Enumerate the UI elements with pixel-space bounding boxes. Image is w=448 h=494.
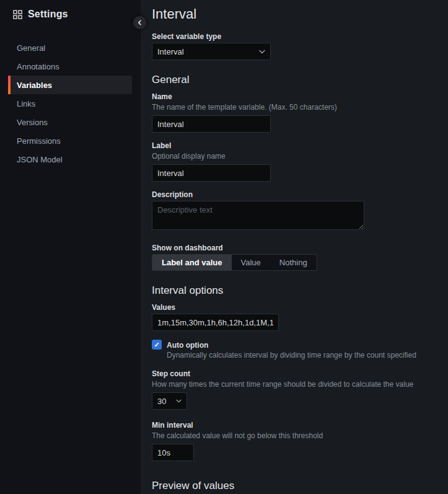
min-interval-description: The calculated value will not go below t… [152, 431, 448, 440]
description-field-group: Description [152, 190, 448, 232]
step-count-select[interactable]: 30 [152, 392, 187, 410]
sidebar-item-links[interactable]: Links [8, 94, 132, 113]
min-interval-input[interactable] [152, 444, 194, 461]
variable-type-select[interactable]: Interval [152, 43, 271, 60]
general-section-heading: General [152, 74, 448, 86]
show-on-dashboard-group: Show on dashboard Label and value Value … [152, 244, 448, 271]
sidebar-item-variables[interactable]: Variables [8, 76, 132, 94]
settings-nav: General Annotations Variables Links Vers… [0, 38, 141, 169]
name-field-group: Name The name of the template variable. … [152, 92, 448, 133]
values-input[interactable] [152, 314, 279, 331]
step-count-description: How many times the current time range sh… [152, 380, 448, 389]
interval-options-heading: Interval options [152, 284, 448, 297]
auto-option-checkbox[interactable] [152, 340, 162, 350]
radio-label-and-value[interactable]: Label and value [152, 255, 232, 270]
chevron-down-icon [259, 50, 265, 54]
label-input[interactable] [152, 164, 271, 182]
label-description: Optional display name [152, 152, 448, 161]
description-textarea[interactable] [152, 201, 364, 230]
name-description: The name of the template variable. (Max.… [152, 103, 448, 112]
auto-option-description: Dynamically calculates interval by divid… [167, 351, 448, 359]
variable-editor: Interval Select variable type Interval G… [141, 0, 448, 494]
sidebar-item-general[interactable]: General [8, 38, 132, 57]
values-field-group: Values [152, 303, 448, 331]
sidebar-item-json-model[interactable]: JSON Model [8, 150, 132, 169]
settings-header: Settings [0, 9, 141, 20]
min-interval-label: Min interval [152, 421, 448, 430]
preview-heading: Preview of values [152, 480, 448, 492]
step-count-label: Step count [152, 369, 448, 378]
variable-type-value: Interval [157, 46, 184, 56]
apps-grid-icon [13, 10, 22, 19]
description-label: Description [152, 190, 448, 199]
radio-nothing[interactable]: Nothing [270, 255, 317, 270]
settings-title: Settings [28, 9, 68, 20]
step-count-group: Step count How many times the current ti… [152, 369, 448, 410]
values-label: Values [152, 303, 448, 312]
show-on-dashboard-radio-group: Label and value Value Nothing [152, 254, 317, 271]
collapse-sidebar-button[interactable] [133, 15, 147, 30]
page-title: Interval [152, 6, 448, 22]
step-count-value: 30 [157, 396, 166, 406]
auto-option-row: Auto option [152, 340, 448, 350]
auto-option-label: Auto option [167, 340, 208, 350]
label-field-group: Label Optional display name [152, 141, 448, 182]
sidebar-item-permissions[interactable]: Permissions [8, 131, 132, 150]
show-on-dashboard-label: Show on dashboard [152, 244, 448, 252]
label-label: Label [152, 141, 448, 150]
radio-value[interactable]: Value [232, 255, 270, 270]
settings-sidebar: Settings General Annotations Variables L… [0, 0, 141, 494]
min-interval-group: Min interval The calculated value will n… [152, 421, 448, 461]
variable-type-field: Select variable type Interval [152, 32, 448, 60]
chevron-down-icon [176, 399, 182, 403]
variable-type-label: Select variable type [152, 32, 448, 41]
name-label: Name [152, 92, 448, 101]
sidebar-item-versions[interactable]: Versions [8, 113, 132, 131]
chevron-left-icon [137, 20, 143, 25]
name-input[interactable] [152, 115, 271, 133]
sidebar-item-annotations[interactable]: Annotations [8, 57, 132, 76]
